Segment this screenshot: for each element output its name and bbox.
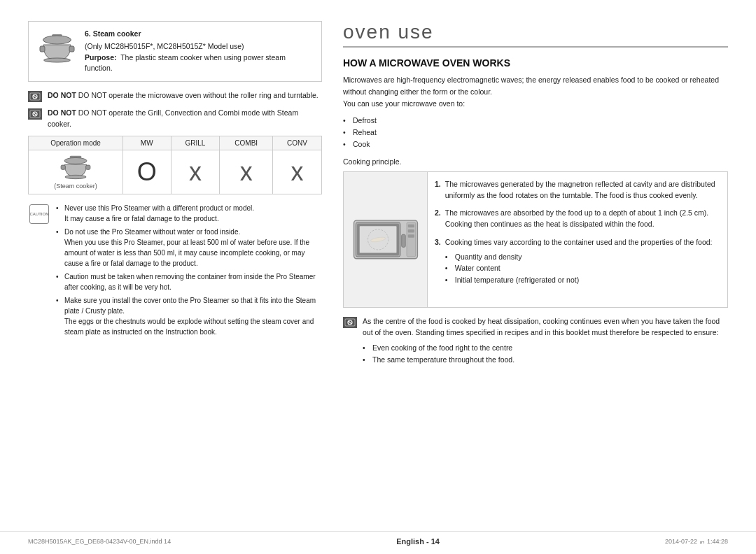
- table-header-mw: MW: [123, 136, 172, 150]
- step-2: 2. The microwaves are absorbed by the fo…: [435, 208, 720, 230]
- step-3-text: Cooking times vary according to the cont…: [445, 238, 713, 246]
- warning-icon-2: [28, 108, 42, 120]
- bottom-warning-text: As the centre of the food is cooked by h…: [363, 317, 720, 336]
- step-3: 3. Cooking times vary according to the c…: [435, 237, 720, 293]
- footer-right: 2014-07-22 ᆰ 1:44:28: [665, 538, 728, 545]
- oven-use-reheat: Reheat: [343, 127, 728, 138]
- caution-text: Never use this Pro Steamer with a differ…: [56, 203, 322, 340]
- svg-rect-3: [69, 46, 74, 52]
- do-not-2-text: DO NOT DO NOT operate the Grill, Convect…: [48, 108, 322, 130]
- table-cell-combi: x: [220, 150, 273, 194]
- table-cell-conv: x: [273, 150, 322, 194]
- svg-point-4: [43, 58, 70, 62]
- step-1: 1. The microwaves generated by the magne…: [435, 179, 720, 201]
- intro-text: Microwaves are high-frequency electromag…: [343, 74, 728, 109]
- table-header-grill: GRILL: [171, 136, 220, 150]
- bottom-warning-section: As the centre of the food is cooked by h…: [343, 316, 728, 366]
- do-not-2-item: DO NOT DO NOT operate the Grill, Convect…: [28, 108, 322, 130]
- caution-list: Never use this Pro Steamer with a differ…: [56, 203, 322, 337]
- operation-table: Operation mode MW GRILL COMBI CONV: [28, 136, 322, 194]
- caution-item-2: Do not use the Pro Steamer without water…: [56, 227, 322, 269]
- table-cell-grill: x: [171, 150, 220, 194]
- footer-left: MC28H5015AK_EG_DE68-04234V-00_EN.indd 14: [28, 538, 171, 545]
- svg-rect-22: [407, 222, 416, 257]
- svg-rect-2: [40, 46, 45, 52]
- left-column: 6. Steam cooker (Only MC28H5015F*, MC28H…: [28, 21, 322, 484]
- steam-cooker-model-note: (Only MC28H5015F*, MC28H5015Z* Model use…: [85, 41, 314, 52]
- step-3-content: Cooking times vary according to the cont…: [445, 237, 713, 293]
- table-header-combi: COMBI: [220, 136, 273, 150]
- section-title: HOW A MICROWAVE OVEN WORKS: [343, 57, 728, 69]
- caution-icon-col: ! CAUTION: [28, 203, 50, 340]
- main-content: 6. Steam cooker (Only MC28H5015F*, MC28H…: [28, 21, 728, 484]
- steam-cooker-box: 6. Steam cooker (Only MC28H5015F*, MC28H…: [28, 21, 322, 82]
- step-3-bullet-3: Initial temperature (refrigerated or not…: [445, 274, 713, 286]
- bottom-warning-icon: [343, 317, 357, 328]
- oven-use-title: oven use: [343, 21, 728, 48]
- svg-rect-14: [86, 165, 90, 169]
- svg-rect-25: [407, 235, 414, 239]
- svg-rect-23: [407, 225, 414, 228]
- warning-icon-1: [28, 91, 42, 102]
- step-1-text: The microwaves generated by the magnetro…: [445, 179, 720, 201]
- steps-text: 1. The microwaves generated by the magne…: [428, 172, 727, 307]
- do-not-1-text: DO NOT DO NOT operate the microwave oven…: [48, 90, 318, 101]
- steam-cooker-item-number: 6. Steam cooker: [85, 29, 314, 40]
- step-3-bullet-1: Quantity and density: [445, 251, 713, 263]
- steam-cooker-image: [36, 29, 78, 71]
- page-container: 6. Steam cooker (Only MC28H5015F*, MC28H…: [0, 0, 756, 554]
- svg-rect-21: [401, 235, 405, 248]
- bottom-warning-content: As the centre of the food is cooked by h…: [363, 316, 728, 366]
- caution-icon: ! CAUTION: [29, 204, 49, 224]
- table-header-mode: Operation mode: [29, 136, 123, 150]
- right-column: oven use HOW A MICROWAVE OVEN WORKS Micr…: [343, 21, 728, 484]
- cooking-principle-label: Cooking principle.: [343, 157, 728, 166]
- purpose-label: Purpose:: [85, 53, 117, 62]
- step-3-subbullets: Quantity and density Water content Initi…: [445, 251, 713, 286]
- table-header-conv: CONV: [273, 136, 322, 150]
- caution-item-3: Caution must be taken when removing the …: [56, 271, 322, 292]
- caution-item-4: Make sure you install the cover onto the…: [56, 295, 322, 337]
- step-3-number: 3.: [435, 237, 441, 293]
- bottom-bullet-2: The same temperature throughout the food…: [363, 354, 728, 366]
- bottom-bullet-1: Even cooking of the food right to the ce…: [363, 342, 728, 354]
- do-not-1-item: DO NOT DO NOT operate the microwave oven…: [28, 90, 322, 102]
- steam-cooker-text: 6. Steam cooker (Only MC28H5015F*, MC28H…: [85, 29, 314, 74]
- oven-use-cook: Cook: [343, 138, 728, 150]
- svg-point-15: [65, 175, 86, 178]
- steps-box: 1. The microwaves generated by the magne…: [343, 171, 728, 308]
- steam-cooker-purpose: Purpose: The plastic steam cooker when u…: [85, 52, 314, 75]
- svg-rect-24: [407, 229, 414, 233]
- step-2-number: 2.: [435, 208, 441, 230]
- caution-section: ! CAUTION Never use this Pro Steamer wit…: [28, 203, 322, 340]
- table-cell-mw: O: [123, 150, 172, 194]
- step-2-text: The microwaves are absorbed by the food …: [445, 208, 720, 230]
- step-3-bullet-2: Water content: [445, 262, 713, 274]
- bottom-bullet-list: Even cooking of the food right to the ce…: [363, 342, 728, 366]
- footer-center: English - 14: [396, 537, 440, 546]
- step-1-number: 1.: [435, 179, 441, 201]
- table-steam-label: (Steam cooker): [54, 183, 97, 190]
- page-footer: MC28H5015AK_EG_DE68-04234V-00_EN.indd 14…: [0, 531, 756, 546]
- oven-uses-list: Defrost Reheat Cook: [343, 115, 728, 150]
- svg-point-12: [64, 157, 87, 164]
- svg-point-1: [43, 36, 71, 44]
- table-row-steam: (Steam cooker) O x x x: [29, 150, 322, 194]
- oven-use-defrost: Defrost: [343, 115, 728, 127]
- table-cell-image: (Steam cooker): [29, 150, 123, 194]
- svg-rect-13: [61, 165, 65, 169]
- steps-microwave-image: [344, 172, 428, 307]
- caution-item-1: Never use this Pro Steamer with a differ…: [56, 203, 322, 224]
